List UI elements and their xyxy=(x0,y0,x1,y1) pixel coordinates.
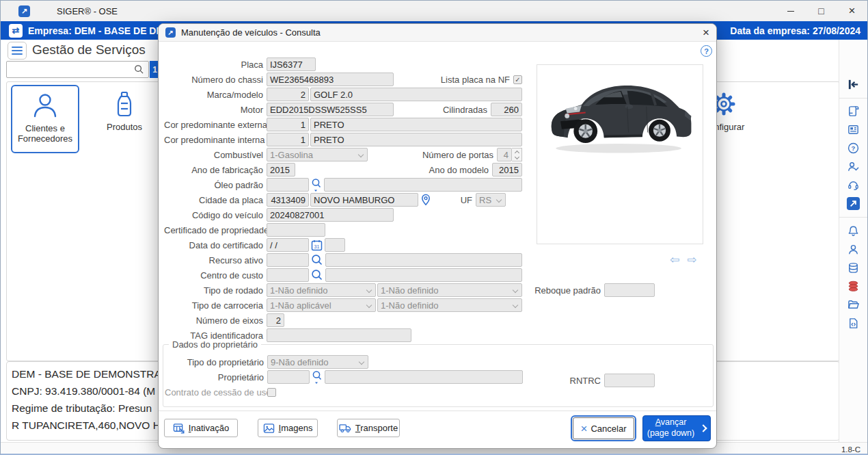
data-certificado-extra-input[interactable] xyxy=(325,238,345,252)
calendar-button[interactable]: 31 xyxy=(311,239,323,251)
cor-externa-input[interactable]: PRETO xyxy=(310,118,522,131)
ano-fabricacao-input[interactable]: 2015 xyxy=(267,163,295,177)
svg-text:31: 31 xyxy=(314,244,320,249)
tipo-proprietario-select[interactable]: 9-Não definido xyxy=(267,355,368,369)
cancelar-button[interactable]: × Cancelar xyxy=(571,415,636,441)
cor-interna-input[interactable]: PRETO xyxy=(310,133,522,146)
codigo-veiculo-input[interactable]: 20240827001 xyxy=(267,208,394,222)
menu-button[interactable] xyxy=(8,42,27,60)
folder-icon[interactable] xyxy=(845,296,863,314)
database-icon[interactable] xyxy=(845,259,863,277)
stepper-arrows-icon[interactable] xyxy=(512,148,522,161)
centro-custo-code-input[interactable] xyxy=(267,268,309,282)
imagens-button[interactable]: Imagens xyxy=(258,419,318,437)
avancar-button[interactable]: Avançar (page down) xyxy=(642,415,711,441)
map-pin-button[interactable] xyxy=(420,194,431,206)
transporte-button[interactable]: Transporte xyxy=(337,419,400,437)
search-dropdown-icon xyxy=(311,178,322,192)
truck-icon xyxy=(339,423,351,433)
search-input[interactable] xyxy=(6,61,149,78)
combustivel-select[interactable]: 1-Gasolina xyxy=(267,148,368,161)
vehicle-photo xyxy=(537,64,703,244)
app-logo-icon: ↗ xyxy=(18,5,30,17)
field-label: Tipo de rodado xyxy=(164,285,267,296)
person-icon xyxy=(31,92,59,119)
tipo-carroceria-select-1[interactable]: 1-Não aplicável xyxy=(267,298,376,312)
script-icon[interactable] xyxy=(845,102,863,120)
version-label: 1.8-C xyxy=(841,445,867,454)
field-label: Combustível xyxy=(164,150,267,160)
placa-input[interactable]: IJS6377 xyxy=(267,57,316,71)
motor-input[interactable]: EDD2015DSSW525SS5 xyxy=(267,103,394,116)
cor-externa-code-input[interactable]: 1 xyxy=(267,118,309,131)
oleo-search-button[interactable] xyxy=(311,178,322,192)
field-label: Proprietário xyxy=(165,372,267,382)
uf-select[interactable]: RS xyxy=(476,193,506,207)
news-icon[interactable] xyxy=(845,120,863,139)
cidade-code-input[interactable]: 4313409 xyxy=(267,193,309,207)
lista-placa-checkbox[interactable]: ✓ xyxy=(513,75,522,84)
tipo-rodado-select-1[interactable]: 1-Não definido xyxy=(267,283,376,297)
user-check-icon[interactable] xyxy=(845,157,863,176)
support-headset-icon[interactable] xyxy=(845,176,863,194)
certificado-input[interactable] xyxy=(267,223,325,237)
centro-custo-search-button[interactable] xyxy=(311,269,323,281)
portas-stepper[interactable]: 4 xyxy=(497,148,522,161)
cor-interna-code-input[interactable]: 1 xyxy=(267,133,309,146)
marca-code-input[interactable]: 2 xyxy=(267,88,309,101)
field-label: Ano do modelo xyxy=(429,165,492,175)
notifications-bell-icon[interactable] xyxy=(845,222,863,240)
field-label: Cor predominante externa xyxy=(164,120,267,130)
ano-modelo-input[interactable]: 2015 xyxy=(492,163,522,177)
recurso-search-button[interactable] xyxy=(311,254,323,266)
chevron-right-icon xyxy=(700,424,707,432)
contrato-checkbox[interactable] xyxy=(267,388,276,397)
data-certificado-input[interactable]: / / xyxy=(267,238,309,252)
cilindradas-input[interactable]: 260 xyxy=(491,103,522,116)
switch-company-icon[interactable]: ⇄ xyxy=(9,24,23,38)
inativacao-button[interactable]: Inativação xyxy=(164,419,238,437)
tile-clientes-fornecedores[interactable]: Clientes e Fornecedores xyxy=(11,85,79,153)
centro-custo-input[interactable] xyxy=(325,268,522,282)
dialog-close-button[interactable]: × xyxy=(703,27,709,38)
proprietario-input[interactable] xyxy=(325,370,523,384)
field-label: Cilindradas xyxy=(443,105,491,115)
close-button[interactable]: × xyxy=(837,1,867,21)
file-code-icon[interactable] xyxy=(845,314,863,333)
close-icon: × xyxy=(849,4,856,18)
minimize-button[interactable] xyxy=(775,1,806,21)
recurso-input[interactable] xyxy=(325,253,522,267)
tipo-carroceria-select-2[interactable]: 1-Não definido xyxy=(377,298,522,312)
tile-produtos[interactable]: Produtos xyxy=(92,85,157,153)
proprietario-code-input[interactable] xyxy=(267,370,310,384)
dialog-help-button[interactable]: ? xyxy=(701,45,712,57)
help-icon[interactable]: ? xyxy=(845,139,863,157)
next-photo-button[interactable]: ⇨ xyxy=(687,252,696,267)
chevron-down-icon xyxy=(513,302,518,308)
maximize-button[interactable]: □ xyxy=(806,1,837,21)
eixos-input[interactable]: 2 xyxy=(267,313,284,327)
image-icon xyxy=(263,423,275,434)
tipo-rodado-select-2[interactable]: 1-Não definido xyxy=(377,283,522,297)
cidade-input[interactable]: NOVO HAMBURGO xyxy=(310,193,418,207)
dialog-logo-icon: ↗ xyxy=(165,27,176,38)
reboque-input[interactable] xyxy=(604,283,655,297)
company-name: Empresa: DEM - BASE DE DE xyxy=(28,25,163,36)
collapse-panel-icon[interactable] xyxy=(845,75,863,94)
marca-input[interactable]: GOLF 2.0 xyxy=(310,88,522,101)
remote-access-icon[interactable] xyxy=(845,194,863,213)
proprietario-search-button[interactable] xyxy=(312,370,323,385)
field-label: Óleo padrão xyxy=(164,180,267,190)
financial-stack-icon[interactable] xyxy=(845,277,863,296)
oleo-input[interactable] xyxy=(324,178,522,192)
oleo-code-input[interactable] xyxy=(267,178,309,192)
user-icon[interactable] xyxy=(845,240,863,259)
chevron-down-icon xyxy=(358,152,364,157)
recurso-code-input[interactable] xyxy=(267,253,309,267)
chassi-input[interactable]: WE2365468893 xyxy=(267,73,394,86)
rntrc-input[interactable] xyxy=(604,374,655,387)
previous-photo-button[interactable]: ⇦ xyxy=(670,252,679,267)
tag-input[interactable] xyxy=(267,328,411,342)
right-sidebar: ? xyxy=(839,40,867,442)
field-label: Ano de fabricação xyxy=(164,165,267,175)
